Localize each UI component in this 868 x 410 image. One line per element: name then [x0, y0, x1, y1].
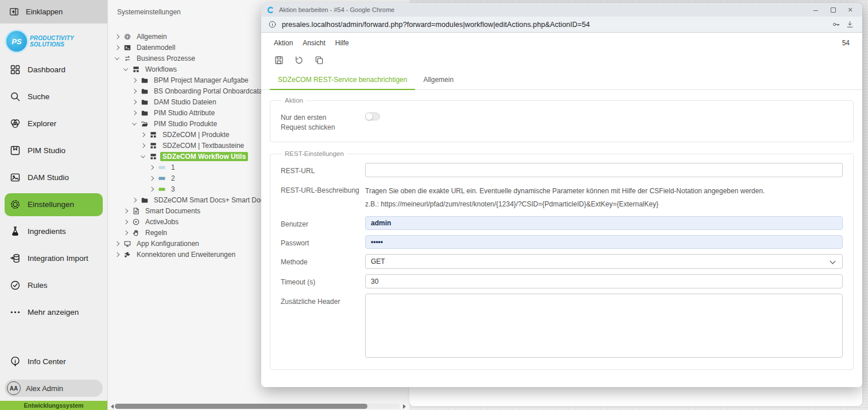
tree-node-label: Allgemein: [134, 32, 169, 41]
expander-icon[interactable]: [114, 33, 121, 40]
sidebar-item-label: PIM Studio: [28, 146, 65, 155]
tab-allgemein[interactable]: Allgemein: [415, 71, 462, 89]
rest-url-label: REST-URL: [281, 163, 365, 177]
expander-icon[interactable]: [114, 44, 121, 51]
scrollbar-thumb[interactable]: [115, 404, 367, 409]
folder-icon: [141, 196, 149, 204]
benutzer-label: Benutzer: [281, 216, 365, 230]
tree-node-label: Datenmodell: [134, 43, 177, 52]
sidebar-item-label: Info Center: [28, 357, 66, 366]
workflow-icon: [149, 131, 157, 139]
expander-icon[interactable]: [148, 186, 155, 193]
scroll-left-arrow-icon[interactable]: [109, 403, 115, 410]
sidebar-item[interactable]: Mehr anzeigen: [5, 301, 103, 324]
tree-node-label: 3: [169, 185, 177, 194]
page-info-icon[interactable]: [268, 20, 277, 29]
passwort-input[interactable]: [365, 235, 843, 249]
sidebar-item[interactable]: Ingredients: [5, 220, 103, 243]
expander-icon[interactable]: [148, 175, 155, 182]
folder-open-icon: [141, 120, 149, 128]
expander-icon[interactable]: [140, 131, 146, 138]
tree-node-label: PIM Studio Attribute: [152, 108, 217, 118]
password-key-icon[interactable]: [832, 20, 840, 29]
process-icon: [123, 54, 131, 63]
copy-button[interactable]: [314, 55, 324, 65]
undo-icon: [294, 55, 304, 65]
collapse-sidebar-button[interactable]: Einklappen: [0, 0, 107, 24]
benutzer-input[interactable]: [365, 216, 843, 230]
datamodel-icon: [123, 44, 131, 52]
expander-icon[interactable]: [131, 110, 138, 116]
undo-button[interactable]: [294, 55, 304, 65]
ellipsis-icon: [9, 306, 21, 318]
icon-toolbar: [261, 51, 862, 71]
expander-icon[interactable]: [122, 208, 129, 214]
expander-icon[interactable]: [131, 88, 138, 95]
brand-name: PRODUCTIVITY SOLUTIONS: [30, 35, 74, 48]
expander-icon[interactable]: [114, 55, 121, 62]
tree-node-label: 2: [169, 174, 177, 183]
expander-icon[interactable]: [131, 99, 138, 106]
menu-ansicht[interactable]: Ansicht: [303, 39, 325, 47]
popup-window: Aktion bearbeiten - #54 - Google Chrome …: [261, 3, 862, 387]
pim-studio-icon: [9, 145, 21, 157]
window-titlebar[interactable]: Aktion bearbeiten - #54 - Google Chrome …: [261, 3, 862, 17]
expander-icon[interactable]: [114, 251, 121, 258]
sidebar-item[interactable]: Integration Import: [5, 247, 103, 270]
sidebar-item[interactable]: Einstellungen: [5, 193, 103, 216]
sidebar-item[interactable]: DAM Studio: [5, 166, 103, 189]
timeout-input[interactable]: [365, 274, 843, 288]
download-icon[interactable]: [846, 20, 854, 29]
tree-node-label: Regeln: [143, 228, 169, 237]
timeout-label: Timeout (s): [281, 274, 365, 288]
aktion-section: Aktion Nur den ersten Request schicken: [270, 97, 854, 142]
close-button[interactable]: ×: [842, 3, 859, 16]
sidebar-item-label: Ingredients: [28, 227, 66, 236]
favicon-icon: [267, 6, 274, 14]
sidebar-item[interactable]: Dashboard: [5, 58, 103, 81]
sidebar-item[interactable]: PIM Studio: [5, 139, 103, 162]
save-button[interactable]: [274, 55, 284, 65]
toggle-knob: [365, 112, 373, 120]
tree-node-label: SDZeCOM Workflow Utils: [160, 152, 248, 161]
expander-icon[interactable]: [122, 229, 129, 236]
expander-icon[interactable]: [114, 240, 121, 247]
sidebar-item[interactable]: Rules: [5, 274, 103, 297]
gear-icon: [123, 33, 131, 41]
tree-horizontal-scrollbar[interactable]: [109, 403, 408, 410]
copy-icon: [314, 55, 324, 65]
sidebar-item[interactable]: Explorer: [5, 112, 103, 135]
expander-icon[interactable]: [148, 164, 155, 171]
save-icon: [274, 55, 284, 65]
menu-aktion[interactable]: Aktion: [274, 39, 293, 47]
zusaetzliche-header-textarea[interactable]: [365, 294, 843, 358]
address-bar[interactable]: presales.localhost/admin/forward.php?for…: [261, 17, 862, 33]
expander-icon[interactable]: [131, 197, 138, 204]
menu-hilfe[interactable]: Hilfe: [335, 39, 349, 47]
puzzle-icon: [123, 251, 131, 259]
url-text[interactable]: presales.localhost/admin/forward.php?for…: [282, 21, 827, 29]
expander-icon[interactable]: [122, 218, 129, 225]
sidebar-item[interactable]: Suche: [5, 85, 103, 108]
methode-select[interactable]: GET: [365, 254, 843, 269]
block-blue-icon: [158, 174, 166, 182]
user-menu[interactable]: AA Alex Admin: [5, 380, 103, 397]
tree-node-label: PIM Studio Produkte: [152, 119, 219, 128]
activejobs-icon: [132, 218, 140, 226]
only-first-request-toggle[interactable]: [365, 112, 380, 120]
maximize-button[interactable]: [824, 3, 842, 16]
expander-icon[interactable]: [140, 153, 146, 160]
expander-icon[interactable]: [131, 120, 138, 127]
tab-rest-service[interactable]: SDZeCOM REST-Service benachrichtigen: [270, 71, 415, 90]
expander-icon[interactable]: [122, 66, 129, 73]
action-id-badge: 54: [842, 39, 850, 47]
rest-url-description-label: REST-URL-Beschreibung: [281, 182, 365, 211]
expander-icon[interactable]: [140, 142, 146, 149]
rest-url-input[interactable]: [365, 163, 843, 177]
block-lightblue-icon: [158, 163, 166, 171]
expander-icon[interactable]: [131, 77, 138, 84]
sidebar-item-info-center[interactable]: Info Center: [5, 350, 103, 373]
scroll-right-arrow-icon[interactable]: [401, 403, 407, 410]
toggle-label: Nur den ersten Request schicken: [281, 110, 365, 132]
minimize-button[interactable]: –: [807, 3, 824, 16]
